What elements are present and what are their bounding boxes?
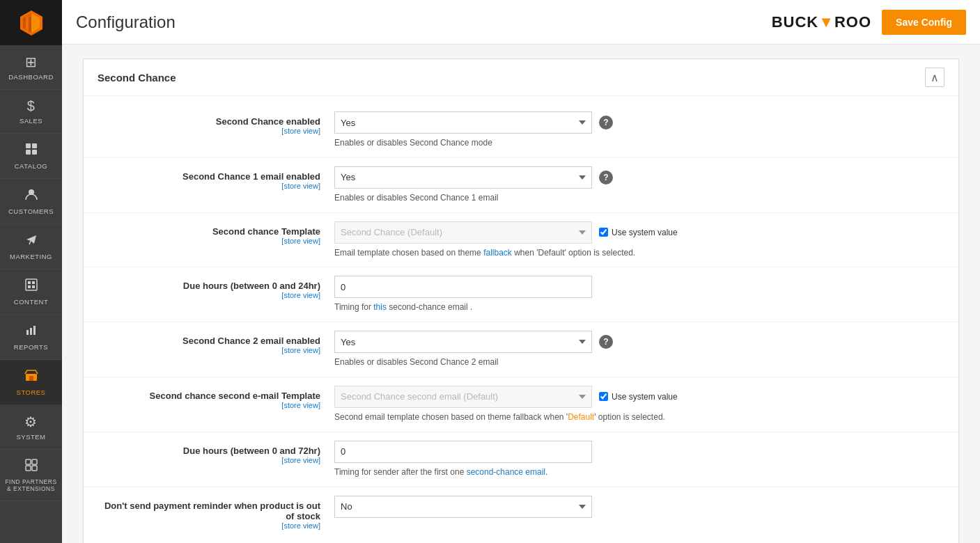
svg-rect-11 xyxy=(32,281,35,284)
svg-rect-15 xyxy=(30,328,32,335)
field-control-second-chance-1-email: Yes No ? Enables or disables Second Chan… xyxy=(334,166,944,204)
field-label-second-chance-1-email: Second Chance 1 email enabled [store vie… xyxy=(98,166,334,190)
store-view-label: [store view] xyxy=(98,401,320,409)
use-system-value-checkbox[interactable] xyxy=(599,392,608,401)
due-hours-2-input[interactable] xyxy=(334,441,592,463)
form-row-due-hours-1: Due hours (between 0 and 24hr) [store vi… xyxy=(84,267,958,322)
svg-rect-21 xyxy=(26,466,31,471)
store-view-label: [store view] xyxy=(98,182,320,190)
field-label-dont-send-payment-reminder: Don't send payment reminder when product… xyxy=(98,496,334,530)
label-text: Second Chance 1 email enabled xyxy=(98,171,320,182)
sidebar-item-find-partners[interactable]: FIND PARTNERS & EXTENSIONS xyxy=(0,450,62,501)
use-system-value-label[interactable]: Use system value xyxy=(599,392,678,402)
brand-arrow: ▼ xyxy=(818,13,834,31)
field-control-due-hours-2: Timing for sender after the first one se… xyxy=(334,441,944,478)
label-text: Second Chance 2 email enabled xyxy=(98,336,320,346)
use-system-value-checkbox[interactable] xyxy=(599,228,608,237)
save-config-button[interactable]: Save Config xyxy=(882,10,966,35)
form-row-second-chance-2-email: Second Chance 2 email enabled [store vie… xyxy=(84,322,958,377)
section-title: Second Chance xyxy=(98,72,176,84)
content-icon xyxy=(24,278,38,295)
svg-rect-10 xyxy=(28,281,31,284)
svg-rect-7 xyxy=(32,150,37,155)
store-view-label: [store view] xyxy=(98,127,320,135)
svg-rect-5 xyxy=(32,143,37,148)
sidebar-item-reports[interactable]: REPORTS xyxy=(0,315,62,360)
hint-text: Enables or disables Second Chance 2 emai… xyxy=(334,356,683,368)
second-chance-enabled-select[interactable]: Yes No xyxy=(334,111,592,134)
due-hours-1-input[interactable] xyxy=(334,276,592,298)
svg-rect-18 xyxy=(29,376,33,381)
second-chance-section: Second Chance ∧ Second Chance enabled [s… xyxy=(83,58,959,543)
catalog-icon xyxy=(24,142,38,159)
help-icon[interactable]: ? xyxy=(599,116,613,129)
sidebar-item-catalog[interactable]: CATALOG xyxy=(0,134,62,179)
field-label-due-hours-2: Due hours (between 0 and 72hr) [store vi… xyxy=(98,441,334,464)
store-view-label: [store view] xyxy=(98,291,320,299)
hint-text: Timing for sender after the first one se… xyxy=(334,466,683,478)
store-view-label: [store view] xyxy=(98,521,320,530)
sidebar-item-content[interactable]: CONTENT xyxy=(0,269,62,315)
use-system-value-label[interactable]: Use system value xyxy=(599,228,678,237)
field-control-due-hours-1: Timing for this second-chance email . xyxy=(334,276,944,313)
second-chance-2-email-select[interactable]: Yes No xyxy=(334,331,592,353)
second-chance-second-email-template-select[interactable]: Second Chance second email (Default) xyxy=(334,386,592,408)
sidebar-item-customers[interactable]: CUSTOMERS xyxy=(0,179,62,224)
store-view-label: [store view] xyxy=(98,346,320,354)
sidebar-item-label: CATALOG xyxy=(15,162,48,170)
sidebar-item-system[interactable]: ⚙ SYSTEM xyxy=(0,405,62,450)
sidebar-item-label: MARKETING xyxy=(10,253,52,260)
svg-rect-22 xyxy=(32,466,37,471)
svg-rect-20 xyxy=(32,459,37,464)
marketing-icon xyxy=(24,233,38,250)
page-header: Configuration BUCK▼ROO Save Config xyxy=(62,0,980,45)
svg-rect-19 xyxy=(26,459,31,464)
hint-highlight: this xyxy=(373,302,387,312)
control-row: Second Chance (Default) Use system value xyxy=(334,221,944,244)
page-title: Configuration xyxy=(76,13,176,32)
store-view-label: [store view] xyxy=(98,237,320,245)
label-text: Second chance second e-mail Template xyxy=(98,391,320,401)
control-row: Second Chance second email (Default) Use… xyxy=(334,386,944,408)
sidebar-item-label: SYSTEM xyxy=(16,433,45,441)
second-chance-template-select[interactable]: Second Chance (Default) xyxy=(334,221,592,244)
second-chance-1-email-select[interactable]: Yes No xyxy=(334,166,592,189)
sidebar-item-dashboard[interactable]: ⊞ DASHBOARD xyxy=(0,45,62,90)
sidebar-item-label: FIND PARTNERS & EXTENSIONS xyxy=(3,478,59,492)
form-row-second-chance-1-email: Second Chance 1 email enabled [store vie… xyxy=(84,158,958,213)
control-row: No Yes xyxy=(334,496,944,518)
sidebar-item-label: SALES xyxy=(20,117,42,125)
dont-send-payment-reminder-select[interactable]: No Yes xyxy=(334,496,592,518)
form-row-due-hours-2: Due hours (between 0 and 72hr) [store vi… xyxy=(84,432,958,487)
section-toggle-button[interactable]: ∧ xyxy=(925,68,944,87)
field-label-second-chance-second-email-template: Second chance second e-mail Template [st… xyxy=(98,386,334,409)
hint-text: Timing for this second-chance email . xyxy=(334,301,683,313)
svg-rect-13 xyxy=(32,285,35,288)
chevron-up-icon: ∧ xyxy=(931,71,939,84)
sidebar-item-stores[interactable]: STORES xyxy=(0,360,62,405)
hint-text: Email template chosen based on theme fal… xyxy=(334,247,683,259)
buckaroo-logo: BUCK▼ROO xyxy=(772,13,871,31)
field-label-due-hours-1: Due hours (between 0 and 24hr) [store vi… xyxy=(98,276,334,299)
control-row xyxy=(334,276,944,298)
svg-rect-12 xyxy=(28,285,31,288)
find-partners-icon xyxy=(24,458,38,475)
label-text: Don't send payment reminder when product… xyxy=(98,501,320,521)
label-text: Due hours (between 0 and 24hr) xyxy=(98,281,320,291)
magento-logo-icon xyxy=(17,9,45,37)
help-icon[interactable]: ? xyxy=(599,171,613,184)
sidebar-item-marketing[interactable]: MARKETING xyxy=(0,224,62,269)
svg-rect-14 xyxy=(26,330,29,335)
field-control-second-chance-enabled: Yes No ? Enables or disables Second Chan… xyxy=(334,111,944,149)
help-icon[interactable]: ? xyxy=(599,335,613,349)
section-header: Second Chance ∧ xyxy=(84,59,958,96)
system-icon: ⚙ xyxy=(24,414,38,430)
form-row-second-chance-enabled: Second Chance enabled [store view] Yes N… xyxy=(84,103,958,158)
sidebar-item-sales[interactable]: $ SALES xyxy=(0,90,62,134)
sidebar-item-label: REPORTS xyxy=(14,343,48,351)
svg-rect-6 xyxy=(26,150,31,155)
field-label-second-chance-2-email: Second Chance 2 email enabled [store vie… xyxy=(98,331,334,354)
sidebar-item-label: CONTENT xyxy=(14,298,48,306)
hint-highlight-orange: Default xyxy=(568,412,594,422)
field-label-second-chance-enabled: Second Chance enabled [store view] xyxy=(98,111,334,135)
